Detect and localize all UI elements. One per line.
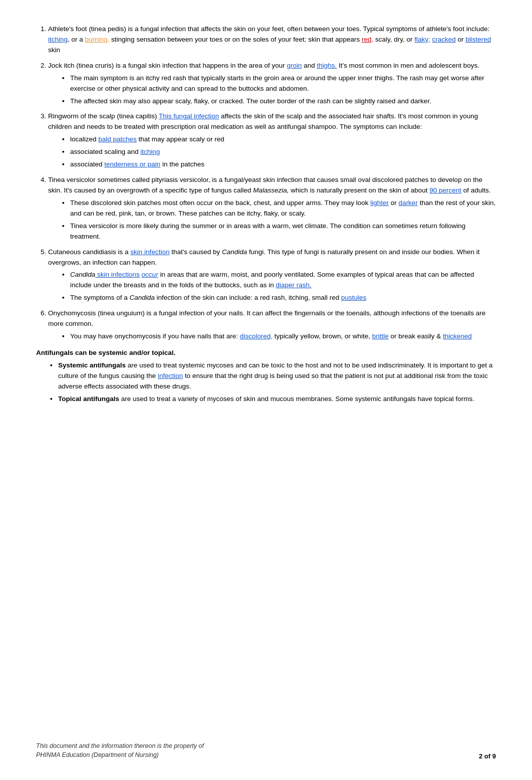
item6-sub1: You may have onychomycosis if you have n… <box>62 331 496 342</box>
main-list: Athlete's foot (tinea pedis) is a fungal… <box>36 24 496 342</box>
item5-text: Cutaneous candidiasis is a skin infectio… <box>48 248 480 266</box>
item3-sublist: localized bald patches that may appear s… <box>48 134 496 170</box>
item5-sub1: Candida skin infections occur in areas t… <box>62 270 496 291</box>
list-item-4: Tinea versicolor sometimes called pityri… <box>48 175 496 242</box>
item4-sublist: These discolored skin patches most often… <box>48 198 496 242</box>
item2-sub2: The affected skin may also appear scaly,… <box>62 96 496 107</box>
link-occur[interactable]: occur <box>142 271 158 278</box>
candida-italic3: Candida <box>130 294 155 301</box>
footer-page-number: 2 of 9 <box>479 752 496 760</box>
link-discolored[interactable]: discolored, <box>240 332 273 340</box>
link-red[interactable]: red, <box>362 36 373 43</box>
link-flaky[interactable]: flaky; <box>414 36 430 43</box>
item5-sublist: Candida skin infections occur in areas t… <box>48 270 496 303</box>
footer: This document and the information thereo… <box>36 741 496 760</box>
list-item-3: Ringworm of the scalp (tinea capitis) Th… <box>48 111 496 170</box>
page-content: Athlete's foot (tinea pedis) is a fungal… <box>0 0 532 780</box>
link-candida-skin-infections[interactable]: skin infections <box>95 271 140 278</box>
item1-text: Athlete's foot (tinea pedis) is a fungal… <box>48 25 491 54</box>
item3-sub3: associated tenderness or pain in the pat… <box>62 159 496 170</box>
systemic-label: Systemic antifungals <box>58 361 126 369</box>
link-90-percent[interactable]: 90 percent <box>429 186 461 194</box>
link-burning[interactable]: burning, <box>85 36 110 43</box>
item3-text: Ringworm of the scalp (tinea capitis) Th… <box>48 112 478 130</box>
link-cracked[interactable]: cracked <box>432 36 455 43</box>
candida-italic1: Candida <box>222 248 247 256</box>
link-thighs[interactable]: thighs. <box>317 62 337 69</box>
antifungals-item-systemic: Systemic antifungals are used to treat s… <box>50 360 496 392</box>
list-item-2: Jock itch (tinea cruris) is a fungal ski… <box>48 61 496 107</box>
malassezia-italic: Malassezia, <box>253 186 289 194</box>
link-bald-patches[interactable]: bald patches <box>98 135 137 143</box>
candida-italic2: Candida <box>70 271 95 278</box>
item6-text: Onychomycosis (tinea unguium) is a funga… <box>48 309 485 327</box>
antifungals-item-topical: Topical antifungals are used to treat a … <box>50 394 496 405</box>
link-pustules[interactable]: pustules <box>341 294 366 301</box>
item3-sub1: localized bald patches that may appear s… <box>62 134 496 145</box>
antifungals-section: Antifungals can be systemic and/or topic… <box>36 349 496 405</box>
link-blistered[interactable]: blistered <box>465 36 491 43</box>
link-brittle[interactable]: brittle <box>372 332 389 340</box>
item4-sub2: Tinea versicolor is more likely during t… <box>62 221 496 242</box>
item2-text: Jock itch (tinea cruris) is a fungal ski… <box>48 62 479 69</box>
list-item-6: Onychomycosis (tinea unguium) is a funga… <box>48 308 496 342</box>
topical-label: Topical antifungals <box>58 395 119 403</box>
link-darker[interactable]: darker <box>399 199 418 207</box>
footer-line1: This document and the information thereo… <box>36 741 204 751</box>
link-lighter[interactable]: lighter <box>370 199 389 207</box>
item6-sublist: You may have onychomycosis if you have n… <box>48 331 496 342</box>
item4-text: Tinea versicolor sometimes called pityri… <box>48 176 491 194</box>
antifungals-list: Systemic antifungals are used to treat s… <box>36 360 496 405</box>
item4-sub1: These discolored skin patches most often… <box>62 198 496 219</box>
item5-sub2: The symptoms of a Candida infection of t… <box>62 293 496 303</box>
link-itching2[interactable]: itching <box>140 148 160 155</box>
link-groin[interactable]: groin <box>287 62 302 69</box>
item2-sub1: The main symptom is an itchy red rash th… <box>62 73 496 94</box>
list-item-1: Athlete's foot (tinea pedis) is a fungal… <box>48 24 496 56</box>
link-diaper-rash[interactable]: diaper rash. <box>276 281 312 289</box>
footer-line2: PHINMA Education (Department of Nursing) <box>36 750 204 760</box>
item2-sublist: The main symptom is an itchy red rash th… <box>48 73 496 107</box>
antifungals-heading: Antifungals can be systemic and/or topic… <box>36 349 175 356</box>
footer-left: This document and the information thereo… <box>36 741 204 760</box>
link-itching[interactable]: itching <box>48 36 68 43</box>
link-thickened[interactable]: thickened <box>443 332 472 340</box>
item3-sub2: associated scaling and itching <box>62 147 496 157</box>
link-skin-infection[interactable]: skin infection <box>130 248 169 256</box>
list-item-5: Cutaneous candidiasis is a skin infectio… <box>48 247 496 304</box>
link-infection[interactable]: infection <box>158 372 183 379</box>
link-tenderness-or-pain[interactable]: tenderness or pain <box>104 160 160 168</box>
link-this-fungal-infection[interactable]: This fungal infection <box>159 112 219 120</box>
